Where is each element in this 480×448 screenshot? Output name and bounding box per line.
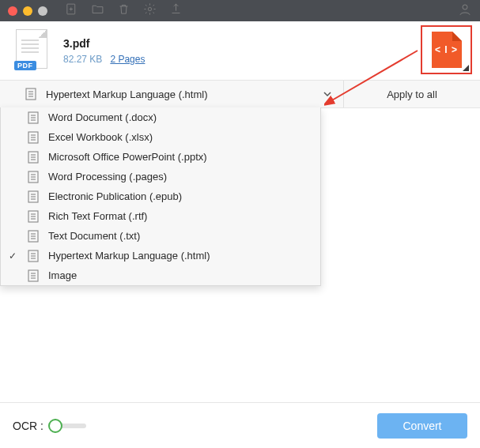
titlebar (0, 0, 480, 21)
format-dropdown: Word Document (.docx)Excel Workbook (.xl… (0, 107, 321, 286)
file-name: 3.pdf (63, 37, 145, 50)
export-icon[interactable] (169, 2, 183, 19)
format-option-label: Image (48, 269, 311, 281)
document-icon (28, 230, 39, 243)
format-select[interactable]: Hypertext Markup Language (.html) (0, 81, 344, 107)
svg-point-4 (463, 5, 467, 9)
minimize-window-button[interactable] (23, 6, 32, 16)
format-option-label: Text Document (.txt) (48, 230, 311, 242)
document-icon (28, 269, 39, 282)
html-glyph: < I > (435, 44, 458, 55)
add-file-icon[interactable] (65, 2, 78, 19)
format-option[interactable]: Text Document (.txt) (1, 226, 320, 246)
convert-button[interactable]: Convert (377, 413, 467, 439)
ocr-toggle[interactable] (48, 418, 89, 434)
format-option-label: Microsoft Office PowerPoint (.pptx) (48, 151, 311, 163)
format-option-label: Word Document (.docx) (48, 111, 311, 123)
file-row: PDF 3.pdf 82.27 KB 2 Pages (0, 21, 480, 80)
format-select-label: Hypertext Markup Language (.html) (46, 88, 207, 100)
document-icon (28, 250, 39, 262)
footer: OCR : Convert (0, 402, 480, 448)
format-option-label: Electronic Publication (.epub) (48, 190, 311, 202)
document-icon (28, 111, 39, 124)
file-pages-link[interactable]: 2 Pages (110, 54, 145, 65)
expand-corner-icon (463, 65, 469, 71)
apply-to-all-button[interactable]: Apply to all (344, 81, 480, 107)
convert-button-label: Convert (403, 420, 441, 432)
add-folder-icon[interactable] (91, 2, 104, 19)
format-select-bar: Hypertext Markup Language (.html) Apply … (0, 80, 480, 108)
apply-to-all-label: Apply to all (387, 88, 437, 100)
format-option-label: Hypertext Markup Language (.html) (48, 250, 311, 262)
format-option-label: Excel Workbook (.xlsx) (48, 131, 311, 143)
document-icon (28, 190, 39, 203)
format-option-label: Word Processing (.pages) (48, 171, 311, 183)
chevron-down-icon (323, 89, 332, 99)
document-icon (28, 151, 39, 164)
format-option[interactable]: Image (1, 265, 320, 285)
document-icon (28, 131, 39, 144)
document-icon (28, 171, 39, 183)
annotation-highlight: < I > (421, 25, 472, 74)
maximize-window-button[interactable] (38, 6, 47, 16)
window-controls (8, 6, 47, 16)
output-format-icon[interactable]: < I > (432, 32, 462, 68)
document-icon (25, 88, 36, 100)
check-icon: ✓ (7, 250, 18, 262)
format-option[interactable]: ✓Hypertext Markup Language (.html) (1, 246, 320, 265)
ocr-label: OCR : (13, 420, 43, 432)
file-thumbnail: PDF (16, 29, 51, 72)
pdf-badge: PDF (14, 61, 36, 70)
format-option[interactable]: Excel Workbook (.xlsx) (1, 127, 320, 147)
close-window-button[interactable] (8, 6, 17, 16)
format-option[interactable]: Word Document (.docx) (1, 107, 320, 127)
account-icon[interactable] (458, 6, 472, 19)
svg-point-3 (148, 7, 151, 10)
format-option[interactable]: Microsoft Office PowerPoint (.pptx) (1, 147, 320, 167)
format-option-label: Rich Text Format (.rtf) (48, 210, 311, 222)
settings-icon[interactable] (143, 2, 157, 19)
toolbar (65, 2, 183, 19)
delete-icon[interactable] (117, 2, 130, 19)
format-option[interactable]: Word Processing (.pages) (1, 167, 320, 186)
format-option[interactable]: Electronic Publication (.epub) (1, 186, 320, 206)
document-icon (28, 210, 39, 223)
file-size: 82.27 KB (63, 54, 102, 65)
format-option[interactable]: Rich Text Format (.rtf) (1, 206, 320, 226)
